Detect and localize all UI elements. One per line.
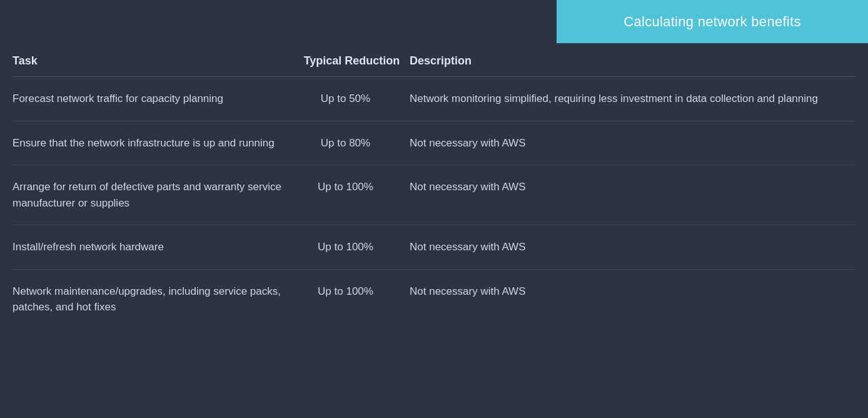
banner-title: Calculating network benefits xyxy=(623,14,801,30)
row-3-task: Arrange for return of defective parts an… xyxy=(13,179,294,211)
row-1-reduction: Up to 50% xyxy=(294,91,410,107)
header-task: Task xyxy=(13,54,294,68)
row-5-task: Network maintenance/upgrades, including … xyxy=(13,283,294,315)
row-3-description: Not necessary with AWS xyxy=(410,179,855,195)
row-3-reduction: Up to 100% xyxy=(294,179,410,195)
row-2-reduction: Up to 80% xyxy=(294,135,410,151)
row-2-description: Not necessary with AWS xyxy=(410,135,855,151)
table-row: Ensure that the network infrastructure i… xyxy=(13,121,855,166)
table-row: Forecast network traffic for capacity pl… xyxy=(13,77,855,121)
table-header: Task Typical Reduction Description xyxy=(13,43,855,77)
table-container: Task Typical Reduction Description Forec… xyxy=(0,43,868,418)
row-5-reduction: Up to 100% xyxy=(294,283,410,300)
page-wrapper: Calculating network benefits Task Typica… xyxy=(0,0,868,418)
row-4-description: Not necessary with AWS xyxy=(410,239,855,255)
row-5-description: Not necessary with AWS xyxy=(410,283,855,300)
row-1-description: Network monitoring simplified, requiring… xyxy=(410,91,855,107)
table-row: Install/refresh network hardware Up to 1… xyxy=(13,225,855,270)
row-4-reduction: Up to 100% xyxy=(294,239,410,255)
row-4-task: Install/refresh network hardware xyxy=(13,239,294,255)
header-description: Description xyxy=(410,54,855,68)
table-row: Arrange for return of defective parts an… xyxy=(13,165,855,225)
row-2-task: Ensure that the network infrastructure i… xyxy=(13,135,294,151)
top-banner: Calculating network benefits xyxy=(557,0,868,43)
row-1-task: Forecast network traffic for capacity pl… xyxy=(13,91,294,107)
table-row: Network maintenance/upgrades, including … xyxy=(13,270,855,329)
header-reduction: Typical Reduction xyxy=(294,54,410,68)
